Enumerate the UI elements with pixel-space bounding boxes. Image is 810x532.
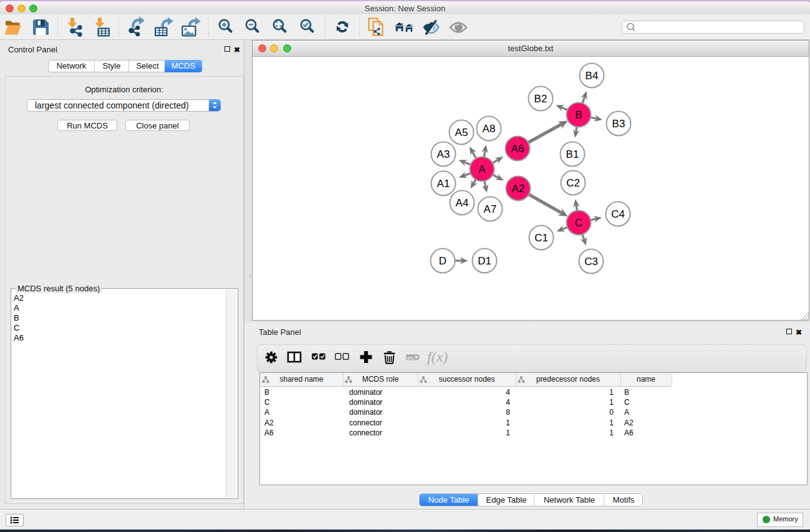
svg-text:B3: B3 [612,118,625,130]
svg-text:f(x): f(x) [427,349,448,365]
svg-text:A7: A7 [484,203,497,215]
svg-text:A6: A6 [511,143,524,155]
svg-text:A5: A5 [455,127,468,138]
svg-text:B1: B1 [566,148,579,160]
svg-text:A2: A2 [512,183,525,195]
svg-text:D: D [439,255,446,267]
svg-text:A: A [478,163,486,175]
svg-text:C4: C4 [611,208,625,220]
svg-text:B4: B4 [586,70,599,82]
svg-text:A1: A1 [437,178,450,190]
svg-text:C2: C2 [566,177,580,189]
svg-text:D1: D1 [478,255,491,267]
svg-text:C3: C3 [584,256,598,268]
svg-text:C1: C1 [534,232,548,244]
svg-text:A8: A8 [483,123,496,135]
svg-text:A3: A3 [437,148,450,160]
svg-text:B2: B2 [534,93,547,105]
svg-text:B: B [575,109,582,121]
svg-text:A4: A4 [456,197,469,209]
svg-text:C: C [575,217,582,229]
